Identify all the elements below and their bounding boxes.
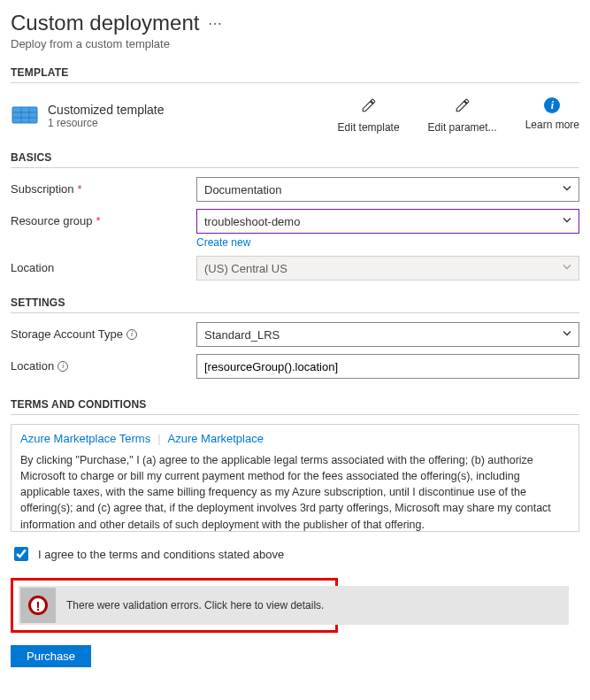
- svg-rect-0: [12, 107, 37, 123]
- section-heading-terms: TERMS AND CONDITIONS: [11, 398, 579, 415]
- section-heading-basics: BASICS: [11, 151, 579, 168]
- subscription-label: Subscription*: [11, 177, 196, 196]
- edit-template-label: Edit template: [338, 121, 400, 134]
- terms-box: Azure Marketplace Terms | Azure Marketpl…: [11, 424, 579, 532]
- divider: |: [157, 432, 160, 445]
- template-name: Customized template: [48, 103, 165, 117]
- location-label: Location: [11, 256, 196, 274]
- template-resource-count: 1 resource: [48, 117, 165, 129]
- agree-label: I agree to the terms and conditions stat…: [38, 548, 284, 561]
- validation-highlight: ! There were validation errors. Click he…: [11, 578, 338, 633]
- page-title: Custom deployment: [11, 11, 199, 35]
- resource-group-select[interactable]: troubleshoot-demo: [196, 209, 579, 234]
- more-actions-icon[interactable]: ⋯: [208, 15, 222, 32]
- subscription-select[interactable]: Documentation: [196, 177, 579, 202]
- storage-account-type-select[interactable]: Standard_LRS: [196, 322, 579, 347]
- section-heading-template: TEMPLATE: [11, 66, 579, 83]
- template-icon: [11, 102, 39, 130]
- edit-template-button[interactable]: Edit template: [338, 97, 400, 134]
- settings-location-input[interactable]: [196, 354, 579, 379]
- learn-more-label: Learn more: [525, 119, 579, 131]
- edit-parameters-label: Edit paramet...: [428, 121, 497, 134]
- create-new-link[interactable]: Create new: [196, 236, 250, 249]
- edit-parameters-button[interactable]: Edit paramet...: [428, 97, 497, 134]
- info-icon[interactable]: i: [126, 329, 137, 340]
- page-subtitle: Deploy from a custom template: [11, 37, 579, 50]
- section-heading-settings: SETTINGS: [11, 296, 579, 313]
- error-icon: !: [28, 596, 48, 615]
- terms-body-text: By clicking "Purchase," I (a) agree to t…: [20, 452, 559, 531]
- resource-group-label: Resource group*: [11, 209, 196, 227]
- azure-marketplace-link[interactable]: Azure Marketplace: [168, 432, 264, 445]
- location-select: (US) Central US: [196, 256, 579, 281]
- purchase-button[interactable]: Purchase: [11, 645, 91, 667]
- terms-scroll[interactable]: Azure Marketplace Terms | Azure Marketpl…: [11, 425, 579, 531]
- validation-error-banner[interactable]: ! There were validation errors. Click he…: [19, 586, 569, 625]
- azure-marketplace-terms-link[interactable]: Azure Marketplace Terms: [20, 432, 150, 445]
- pencil-icon: [455, 97, 471, 116]
- validation-message: There were validation errors. Click here…: [66, 599, 324, 612]
- info-icon: i: [544, 97, 560, 113]
- storage-account-type-label: Storage Account Type i: [11, 322, 196, 341]
- agree-checkbox[interactable]: [14, 547, 28, 561]
- error-icon-bg: !: [20, 588, 56, 623]
- learn-more-button[interactable]: i Learn more: [525, 97, 579, 134]
- info-icon[interactable]: i: [57, 361, 68, 372]
- settings-location-label: Location i: [11, 354, 196, 373]
- pencil-icon: [361, 97, 377, 116]
